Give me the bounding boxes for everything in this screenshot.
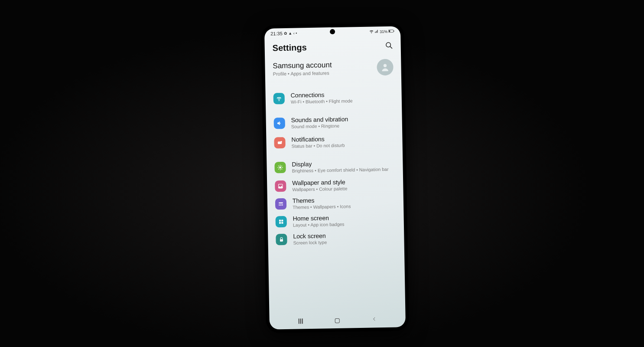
settings-item-home-screen[interactable]: Home screen Layout • App icon badges [267,210,404,230]
notification-icon [274,137,285,148]
settings-item-connections[interactable]: Connections Wi-Fi • Bluetooth • Flight m… [265,86,402,108]
wallpaper-icon [275,180,286,191]
wifi-icon [273,93,285,104]
svg-line-13 [278,166,279,166]
account-title: Samsung account [273,61,332,70]
settings-item-notifications[interactable]: Notifications Status bar • Do not distur… [266,131,403,152]
avatar-icon [377,59,394,76]
svg-rect-18 [279,219,281,221]
settings-item-themes[interactable]: Themes Themes • Wallpapers • Icons [267,193,404,213]
svg-rect-19 [281,219,283,221]
svg-line-15 [279,169,279,169]
svg-rect-20 [279,222,281,223]
battery-icon [388,29,394,34]
settings-item-display[interactable]: Display Brightness • Eye comfort shield … [267,155,403,177]
battery-percent: 31% [380,29,387,34]
svg-point-5 [384,64,387,67]
svg-point-8 [279,166,281,168]
search-button[interactable] [385,41,393,51]
lock-icon [276,233,287,245]
nav-home-button[interactable] [335,318,340,323]
themes-icon [275,198,286,209]
phone-frame: 21:35 ✿ ▲ ‹ • 31% Settings [261,23,409,333]
header: Settings [264,35,401,57]
wifi-icon [369,29,374,34]
settings-item-lock-screen[interactable]: Lock screen Screen lock type [268,228,404,248]
account-subtitle: Profile • Apps and features [273,70,332,76]
signal-icon [374,29,379,34]
nav-recents-button[interactable] [299,318,303,324]
phone-screen: 21:35 ✿ ▲ ‹ • 31% Settings [264,26,406,329]
settings-item-wallpaper[interactable]: Wallpaper and style Wallpapers • Colour … [267,175,403,195]
svg-line-4 [390,46,392,48]
svg-rect-1 [394,30,394,31]
navigation-bar [269,311,406,329]
home-icon [276,216,287,227]
account-row[interactable]: Samsung account Profile • Apps and featu… [265,55,401,83]
status-time: 21:35 [270,31,283,36]
page-title: Settings [273,43,307,53]
svg-rect-21 [281,222,283,223]
nav-back-button[interactable] [372,316,376,324]
svg-rect-2 [389,30,390,32]
svg-line-16 [281,166,282,166]
status-icons-left: ✿ ▲ ‹ • [284,31,297,36]
display-icon [274,161,286,173]
svg-line-14 [282,169,282,169]
svg-rect-22 [280,239,283,241]
sound-icon [274,117,285,128]
settings-item-sounds[interactable]: Sounds and vibration Sound mode • Ringto… [266,111,402,133]
